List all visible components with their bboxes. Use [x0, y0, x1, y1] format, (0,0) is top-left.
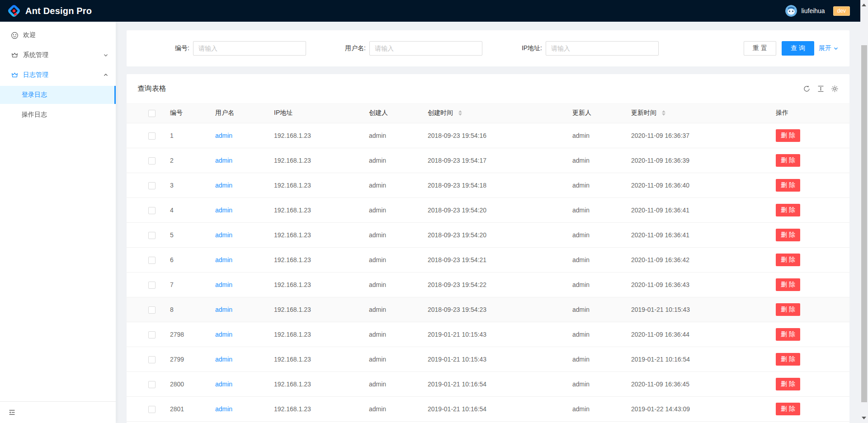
- row-checkbox[interactable]: [148, 182, 156, 189]
- delete-button[interactable]: 删除: [776, 204, 800, 216]
- username-link[interactable]: admin: [215, 331, 232, 338]
- cell-created-at: 2019-01-21 10:15:43: [420, 322, 565, 347]
- cell-updater: admin: [565, 123, 624, 148]
- row-checkbox[interactable]: [148, 207, 156, 214]
- cell-updated-at: 2020-11-09 16:36:39: [624, 148, 769, 173]
- expand-link[interactable]: 展开: [819, 44, 839, 52]
- row-checkbox[interactable]: [148, 232, 156, 239]
- row-checkbox[interactable]: [148, 306, 156, 314]
- cell-created-at: 2018-09-23 19:54:20: [420, 223, 565, 248]
- cell-creator: admin: [362, 248, 420, 273]
- row-checkbox[interactable]: [148, 356, 156, 363]
- vertical-scrollbar[interactable]: [860, 0, 868, 423]
- sidebar-item-welcome[interactable]: 欢迎: [0, 26, 116, 44]
- delete-button[interactable]: 删除: [776, 154, 800, 167]
- delete-button[interactable]: 删除: [776, 378, 800, 390]
- query-table-card: 查询表格: [127, 74, 849, 423]
- chevron-down-icon: [833, 46, 839, 51]
- cell-updater: admin: [565, 248, 624, 273]
- cell-ip: 192.168.1.23: [267, 347, 362, 372]
- cell-ip: 192.168.1.23: [267, 372, 362, 397]
- column-header-actions: 操作: [769, 103, 849, 123]
- cell-ip: 192.168.1.23: [267, 198, 362, 223]
- smile-icon: [11, 32, 19, 39]
- cell-created-at: 2018-09-23 19:54:17: [420, 148, 565, 173]
- sidebar-item-label: 操作日志: [22, 111, 47, 119]
- delete-button[interactable]: 删除: [776, 328, 800, 341]
- scroll-up-arrow-icon[interactable]: [862, 4, 866, 6]
- sidebar-item-log-management[interactable]: 日志管理: [0, 66, 116, 84]
- row-checkbox[interactable]: [148, 381, 156, 388]
- row-checkbox[interactable]: [148, 406, 156, 413]
- scrollbar-thumb[interactable]: [861, 45, 867, 402]
- username-link[interactable]: admin: [215, 306, 232, 313]
- sidebar-item-login-log[interactable]: 登录日志: [0, 86, 116, 104]
- id-field[interactable]: [193, 41, 306, 56]
- cell-created-at: 2018-09-23 19:54:20: [420, 198, 565, 223]
- scroll-down-arrow-icon[interactable]: [862, 417, 866, 419]
- user-name[interactable]: liufeihua: [801, 7, 825, 14]
- sort-carets-icon[interactable]: [662, 110, 665, 116]
- cell-id: 3: [163, 173, 208, 198]
- sidebar-item-operation-log[interactable]: 操作日志: [0, 106, 116, 124]
- ip-field[interactable]: [546, 41, 659, 56]
- sort-carets-icon[interactable]: [458, 110, 462, 116]
- delete-button[interactable]: 删除: [776, 303, 800, 316]
- reload-icon[interactable]: [803, 85, 811, 93]
- select-all-checkbox[interactable]: [148, 110, 156, 117]
- delete-button[interactable]: 删除: [776, 353, 800, 366]
- cell-updated-at: 2019-01-21 10:15:43: [624, 297, 769, 322]
- density-icon[interactable]: [817, 85, 825, 93]
- delete-button[interactable]: 删除: [776, 403, 800, 415]
- sidebar-item-system-management[interactable]: 系统管理: [0, 46, 116, 64]
- cell-ip: 192.168.1.23: [267, 123, 362, 148]
- username-link[interactable]: admin: [215, 381, 232, 388]
- row-checkbox[interactable]: [148, 331, 156, 338]
- table-row: 1 admin 192.168.1.23 admin 2018-09-23 19…: [127, 123, 849, 148]
- cell-updater: admin: [565, 297, 624, 322]
- username-link[interactable]: admin: [215, 356, 232, 363]
- cell-updated-at: 2020-11-09 16:36:43: [624, 273, 769, 297]
- cell-id: 2802: [163, 422, 208, 423]
- avatar[interactable]: [785, 5, 797, 17]
- delete-button[interactable]: 删除: [776, 229, 800, 241]
- row-checkbox[interactable]: [148, 132, 156, 140]
- table-title: 查询表格: [137, 84, 166, 94]
- reset-button[interactable]: 重置: [744, 41, 776, 56]
- username-link[interactable]: admin: [215, 281, 232, 288]
- row-checkbox[interactable]: [148, 157, 156, 164]
- column-header-created-at[interactable]: 创建时间: [420, 103, 565, 123]
- row-checkbox[interactable]: [148, 282, 156, 289]
- column-header-updated-at[interactable]: 更新时间: [624, 103, 769, 123]
- menu-fold-icon[interactable]: [8, 409, 16, 416]
- username-field[interactable]: [369, 41, 482, 56]
- username-link[interactable]: admin: [215, 405, 232, 413]
- username-link[interactable]: admin: [215, 231, 232, 239]
- cell-updated-at: 2019-01-21 10:16:54: [624, 347, 769, 372]
- column-header-updater: 更新人: [565, 103, 624, 123]
- logo[interactable]: Ant Design Pro: [7, 4, 92, 18]
- query-button[interactable]: 查询: [782, 41, 814, 56]
- table-header-row: 编号 用户名 IP地址 创建人 创建时间 更新人 更新时间 操作: [127, 103, 849, 123]
- username-link[interactable]: admin: [215, 132, 232, 139]
- cell-id: 6: [163, 248, 208, 273]
- username-link[interactable]: admin: [215, 207, 232, 214]
- username-link[interactable]: admin: [215, 256, 232, 263]
- delete-button[interactable]: 删除: [776, 179, 800, 192]
- table-row: 8 admin 192.168.1.23 admin 2018-09-23 19…: [127, 297, 849, 322]
- cell-updater: admin: [565, 273, 624, 297]
- sidebar-item-label: 日志管理: [23, 71, 103, 79]
- username-link[interactable]: admin: [215, 157, 232, 164]
- delete-button[interactable]: 删除: [776, 254, 800, 266]
- cell-id: 7: [163, 273, 208, 297]
- cell-created-at: 2018-09-23 19:54:22: [420, 273, 565, 297]
- cell-creator: admin: [362, 297, 420, 322]
- username-link[interactable]: admin: [215, 182, 232, 189]
- delete-button[interactable]: 删除: [776, 278, 800, 291]
- cell-ip: 192.168.1.23: [267, 273, 362, 297]
- row-checkbox[interactable]: [148, 257, 156, 264]
- cell-created-at: 2018-09-23 19:54:21: [420, 248, 565, 273]
- settings-gear-icon[interactable]: [831, 85, 839, 93]
- cell-id: 2799: [163, 347, 208, 372]
- delete-button[interactable]: 删除: [776, 129, 800, 142]
